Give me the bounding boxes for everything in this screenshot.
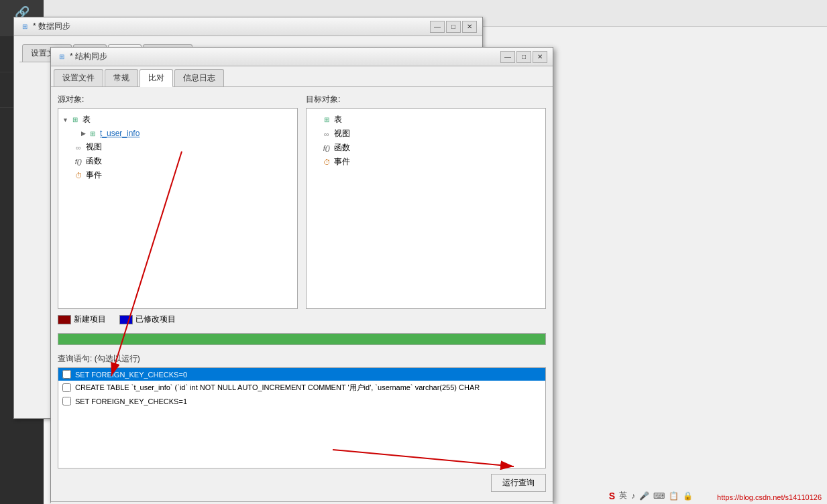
source-table-child[interactable]: ▶ ⊞ t_user_info [62,127,293,140]
legend-bar: 新建项目 已修改项目 [58,314,546,325]
tab-log-main[interactable]: 信息日志 [174,69,224,86]
progress-bar-container [58,333,546,345]
query-item-1[interactable]: SET FOREIGN_KEY_CHECKS=0 [58,368,545,381]
source-label: 源对象: [58,94,298,105]
lock-icon: 🔒 [683,491,693,501]
source-tree-pane: ▼ ⊞ 表 ▶ ⊞ t_user_info ∞ 视图 [58,108,298,309]
source-view-node[interactable]: ∞ 视图 [62,140,293,154]
table-child-icon: ⊞ [87,128,98,139]
legend-modified: 已修改项目 [119,314,176,325]
view-icon: ∞ [73,142,84,153]
titlebar-buttons: — □ ✕ [430,21,477,33]
query-text-1: SET FOREIGN_KEY_CHECKS=0 [75,371,187,379]
target-event-icon: ⏱ [321,157,332,168]
legend-new-label: 新建项目 [74,314,106,325]
target-func-node[interactable]: f() 函数 [311,141,541,155]
target-view-node[interactable]: ∞ 视图 [311,127,541,141]
data-sync-titlebar: ⊞ * 数据同步 — □ ✕ [14,17,482,36]
mic-icon: 🎤 [639,491,649,501]
query-list[interactable]: SET FOREIGN_KEY_CHECKS=0 CREATE TABLE `t… [58,367,546,468]
target-label: 目标对象: [306,94,546,105]
main-minimize-btn[interactable]: — [500,51,515,63]
legend-modified-color [119,315,133,324]
legend-modified-label: 已修改项目 [135,314,176,325]
tab-general-main[interactable]: 常规 [105,69,138,86]
target-view-icon: ∞ [321,129,332,139]
source-func-label: 函数 [86,155,102,167]
lang-icon: 英 [619,490,627,501]
main-maximize-btn[interactable]: □ [516,51,531,63]
target-event-node[interactable]: ⏱ 事件 [311,155,541,169]
csdn-watermark: https://blog.csdn.net/s14110126 [717,493,822,501]
source-table-label: 表 [82,114,91,125]
keyboard-icon: ⌨ [653,491,665,501]
query-item-3[interactable]: SET FOREIGN_KEY_CHECKS=1 [58,395,545,407]
query-label: 查询语句: (勾选以运行) [58,353,546,365]
struct-sync-titlebar: ⊞ * 结构同步 — □ ✕ [51,48,553,66]
dialog-body: 源对象: ▼ ⊞ 表 ▶ ⊞ t_user_info [51,87,553,501]
query-item-2[interactable]: CREATE TABLE `t_user_info` (`id` int NOT… [58,381,545,395]
dialog-icon: ⊞ [19,21,30,32]
struct-sync-dialog: ⊞ * 结构同步 — □ ✕ 设置文件 常规 比对 信息日志 源对象: ▼ [50,47,553,503]
source-table-child-label: t_user_info [100,129,140,138]
source-event-node[interactable]: ⏱ 事件 [62,168,293,182]
minimize-btn[interactable]: — [430,21,445,33]
main-close-btn[interactable]: ✕ [533,51,547,63]
target-event-label: 事件 [334,156,350,168]
music-icon: ♪ [631,491,635,501]
struct-icon: ⊞ [56,52,67,62]
main-tab-bar: 设置文件 常规 比对 信息日志 [51,66,553,87]
source-event-label: 事件 [86,170,102,181]
target-func-label: 函数 [334,142,350,153]
target-table-root[interactable]: ⊞ 表 [311,113,541,127]
tab-settings-main[interactable]: 设置文件 [54,69,103,86]
data-sync-title: * 数据同步 [33,21,430,32]
query-text-3: SET FOREIGN_KEY_CHECKS=1 [75,397,187,405]
struct-sync-title: * 结构同步 [70,51,500,62]
progress-bar-fill [58,334,545,344]
run-btn-row: 运行查询 [58,471,546,495]
query-checkbox-3[interactable] [62,397,71,405]
target-tree-pane: ⊞ 表 ∞ 视图 f() 函数 [306,108,546,309]
close-btn[interactable]: ✕ [462,21,477,33]
target-pane: 目标对象: ⊞ 表 ∞ 视图 [306,94,546,308]
sougou-icon: S [609,491,615,501]
target-table-label: 表 [334,114,342,125]
system-tray: S 英 ♪ 🎤 ⌨ 📋 🔒 [609,490,693,501]
legend-new-color [58,315,71,324]
run-query-button[interactable]: 运行查询 [491,474,546,492]
query-checkbox-1[interactable] [62,370,71,379]
func-icon: f() [73,156,84,167]
tab-compare-main[interactable]: 比对 [140,69,173,87]
table-icon: ⊞ [70,115,80,125]
main-titlebar-buttons: — □ ✕ [500,51,547,63]
target-view-label: 视图 [334,128,350,139]
source-view-label: 视图 [86,141,102,153]
source-table-root[interactable]: ▼ ⊞ 表 [62,113,293,127]
target-table-icon: ⊞ [321,115,332,125]
source-func-node[interactable]: f() 函数 [62,154,293,168]
expand-icon: ▼ [62,117,68,123]
expand-icon2: ▶ [81,130,86,137]
legend-new: 新建项目 [58,314,106,325]
query-checkbox-2[interactable] [62,383,71,392]
clipboard-icon: 📋 [669,491,679,501]
query-text-2: CREATE TABLE `t_user_info` (`id` int NOT… [75,383,480,393]
maximize-btn[interactable]: □ [446,21,461,33]
query-section: 查询语句: (勾选以运行) SET FOREIGN_KEY_CHECKS=0 C… [58,353,546,495]
target-func-icon: f() [321,143,332,153]
event-icon: ⏱ [73,170,84,181]
bottom-bar: 保存 ▼ 数据同步 关闭 [51,501,553,504]
source-pane: 源对象: ▼ ⊞ 表 ▶ ⊞ t_user_info [58,94,298,308]
csdn-url: https://blog.csdn.net/s14110126 [717,493,822,501]
objects-row: 源对象: ▼ ⊞ 表 ▶ ⊞ t_user_info [58,94,546,308]
